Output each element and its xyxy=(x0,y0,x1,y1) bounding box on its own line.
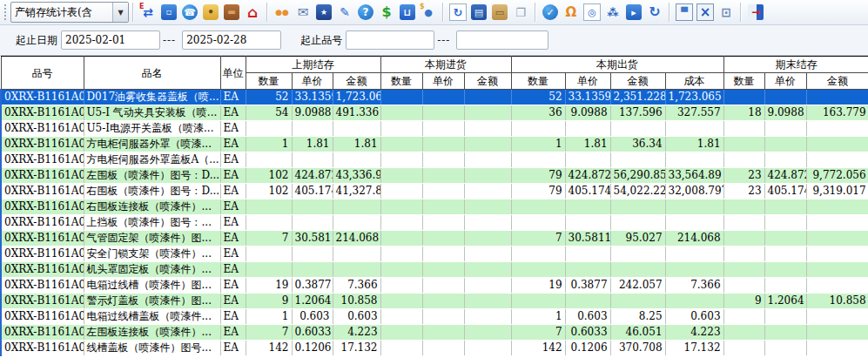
item-to-input[interactable] xyxy=(456,30,548,50)
value-cell xyxy=(246,152,292,168)
value-cell xyxy=(764,262,806,278)
phone-icon-glyph: ☎ xyxy=(182,4,198,20)
value-cell xyxy=(806,137,868,152)
mail-icon-glyph: ✉ xyxy=(295,4,311,20)
toolbar-grip[interactable] xyxy=(3,3,7,21)
value-cell xyxy=(565,247,610,262)
lock-icon[interactable]: • xyxy=(201,3,220,22)
unit-cell: EA xyxy=(220,278,246,294)
table-row[interactable]: 0XRX-B1161A0...U5-I电源开关盖板（喷漆...EA xyxy=(1,121,868,137)
value-cell xyxy=(723,199,764,215)
value-cell: 46.051 xyxy=(610,325,665,341)
remote-monitor-icon[interactable]: ▸ xyxy=(624,3,643,22)
restore-window-icon[interactable]: ▀ xyxy=(675,3,694,22)
value-cell: 491.336 xyxy=(333,105,380,121)
table-row[interactable]: 0XRX-B1161A0...气管固定架（喷漆件）图...EA730.58112… xyxy=(1,231,868,247)
users-icon[interactable]: ●● xyxy=(273,3,292,22)
archive-box-icon[interactable]: ▭ xyxy=(490,3,509,22)
table-row[interactable]: 0XRX-B1161A0...D017油雾收集器盖板（喷...EA5233.13… xyxy=(1,90,868,105)
chevron-down-icon[interactable]: ▼ xyxy=(112,3,128,22)
report-refresh-icon-glyph: ↻ xyxy=(449,3,467,21)
org-chart-icon[interactable]: ⁂ xyxy=(603,3,622,22)
approve-check-icon[interactable]: ✓ xyxy=(541,3,560,22)
value-cell: 0.6033 xyxy=(565,325,610,341)
table-row[interactable]: 0XRX-B1161A0...电箱过线槽盖板（喷漆件...EA10.6030.6… xyxy=(1,309,868,325)
briefcase-icon[interactable]: ▬ xyxy=(222,3,241,22)
table-row[interactable]: 0XRX-B1161A0...安全门锁支架（喷漆件）...EA xyxy=(1,247,868,262)
value-cell: 9.0988 xyxy=(565,105,610,121)
customer-bill-icon[interactable]: ●$ xyxy=(419,3,438,22)
dollar-icon[interactable]: $ xyxy=(377,3,396,22)
date-to-input[interactable] xyxy=(182,30,281,50)
home-icon[interactable]: ⌂ xyxy=(243,3,262,22)
value-cell: 142 xyxy=(246,341,292,356)
table-row[interactable]: 0XRX-B1161A0...方电柜伺服器外罩（喷漆...EA11.811.81… xyxy=(1,137,868,152)
close-window-icon[interactable]: × xyxy=(696,3,715,22)
computer-icon-glyph: ▫ xyxy=(161,4,177,20)
calculator-icon[interactable]: ▤ xyxy=(469,3,488,22)
report-refresh-icon[interactable]: ↻ xyxy=(448,3,468,22)
item-no-cell: 0XRX-B1161A0... xyxy=(1,341,84,356)
report-type-dropdown[interactable]: 产销存统计表(含 ▼ xyxy=(10,2,129,23)
stamp-icon[interactable]: ✎ xyxy=(335,3,354,22)
table-row[interactable]: 0XRX-B1161A0...右围板连接板（喷漆件）...EA xyxy=(1,199,868,215)
alert-bell-icon[interactable]: Ω xyxy=(562,3,581,22)
table-row[interactable]: 0XRX-B1161A0...右围板（喷漆件）图号：D...EA102405.1… xyxy=(1,184,868,199)
date-from-input[interactable] xyxy=(61,30,160,50)
table-row[interactable]: 0XRX-B1161A0...机头罩固定板（喷漆件）...EA xyxy=(1,262,868,278)
exit-door-icon[interactable]: → xyxy=(746,3,765,22)
value-cell xyxy=(464,309,511,325)
col-header-price: 单价 xyxy=(292,73,333,90)
table-row[interactable]: 0XRX-B1161A0...电箱过线槽（喷漆件）图...EA190.38777… xyxy=(1,278,868,294)
value-cell xyxy=(422,105,464,121)
table-row[interactable]: 0XRX-B1161A0...左围板连接板（喷漆件）...EA70.60334.… xyxy=(1,325,868,341)
preview-search-icon[interactable]: ◎ xyxy=(582,3,602,22)
close-window-icon-glyph: × xyxy=(696,3,714,21)
notebook-icon-glyph: ★ xyxy=(316,4,332,20)
item-no-cell: 0XRX-B1161A0... xyxy=(1,90,84,105)
alert-bell-icon-glyph: Ω xyxy=(563,4,579,20)
table-row[interactable]: 0XRX-B1161A0...线槽盖板（喷漆件）图号...EA1420.1206… xyxy=(1,341,868,356)
table-row[interactable]: 0XRX-B1161A0...警示灯盖板（喷漆件）图...EA91.206410… xyxy=(1,294,868,309)
value-cell: 9,319.017 xyxy=(806,184,868,199)
computer-icon[interactable]: ▫ xyxy=(159,3,178,22)
value-cell xyxy=(511,262,565,278)
item-from-input[interactable] xyxy=(346,30,434,50)
refresh-icon[interactable]: ↻ xyxy=(645,3,664,22)
value-cell xyxy=(333,247,380,262)
item-no-cell: 0XRX-B1161A0... xyxy=(1,278,84,294)
table-row[interactable]: 0XRX-B1161A0...上挡板（喷漆件）图号：...EA xyxy=(1,215,868,231)
value-cell xyxy=(464,325,511,341)
value-cell: 4.223 xyxy=(333,325,380,341)
item-name-cell: 机头罩固定板（喷漆件）... xyxy=(84,262,220,278)
value-cell: 95.027 xyxy=(610,231,665,247)
value-cell: 0.1206 xyxy=(292,341,333,356)
value-cell xyxy=(565,121,610,137)
mail-icon[interactable]: ✉ xyxy=(293,3,313,22)
value-cell xyxy=(292,215,333,231)
value-cell: 0.6033 xyxy=(292,325,333,341)
help-icon[interactable]: ? xyxy=(356,3,375,22)
value-cell xyxy=(806,278,868,294)
cart-icon[interactable]: ⊔ xyxy=(398,3,417,22)
value-cell: 242.057 xyxy=(610,278,665,294)
value-cell xyxy=(806,247,868,262)
value-cell xyxy=(565,152,610,168)
value-cell xyxy=(806,325,868,341)
copy-pages-icon[interactable]: ❐ xyxy=(511,3,530,22)
table-row[interactable]: 0XRX-B1161A0...左围板（喷漆件）图号：D...EA102424.8… xyxy=(1,168,868,184)
value-cell xyxy=(764,278,806,294)
col-header-price: 单价 xyxy=(565,73,610,90)
notebook-icon[interactable]: ★ xyxy=(314,3,333,22)
value-cell xyxy=(380,152,422,168)
value-cell xyxy=(723,152,764,168)
data-transfer-icon[interactable]: ⇄E xyxy=(138,3,158,22)
value-cell: 1 xyxy=(511,309,565,325)
value-cell: 1,723.065 xyxy=(665,90,723,105)
table-row[interactable]: 0XRX-B1161A0...方电柜伺服器外罩盖板A（...EA xyxy=(1,152,868,168)
customer-bill-icon-badge: $ xyxy=(420,3,425,10)
cascade-windows-icon[interactable]: ⊡ xyxy=(717,3,736,22)
value-cell xyxy=(422,215,464,231)
phone-icon[interactable]: ☎ xyxy=(180,3,199,22)
table-row[interactable]: 0XRX-B1161A0...U5-I 气动夹具安装板（喷...EA549.09… xyxy=(1,105,868,121)
